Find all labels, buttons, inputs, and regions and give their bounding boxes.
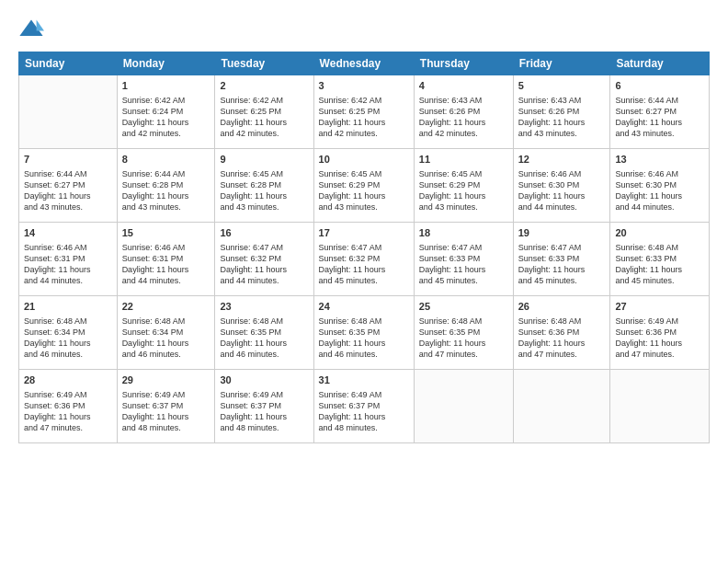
calendar-body: 1Sunrise: 6:42 AM Sunset: 6:24 PM Daylig… xyxy=(19,75,710,443)
calendar-cell: 20Sunrise: 6:48 AM Sunset: 6:33 PM Dayli… xyxy=(610,223,710,296)
cell-info: Sunrise: 6:45 AM Sunset: 6:29 PM Dayligh… xyxy=(319,168,409,213)
cell-info: Sunrise: 6:43 AM Sunset: 6:26 PM Dayligh… xyxy=(518,95,606,140)
day-number: 25 xyxy=(419,300,508,314)
day-number: 30 xyxy=(220,373,308,387)
day-number: 5 xyxy=(518,79,606,93)
calendar-cell: 19Sunrise: 6:47 AM Sunset: 6:33 PM Dayli… xyxy=(513,223,610,296)
calendar-week-row: 21Sunrise: 6:48 AM Sunset: 6:34 PM Dayli… xyxy=(19,296,710,370)
calendar-cell: 25Sunrise: 6:48 AM Sunset: 6:35 PM Dayli… xyxy=(414,296,513,370)
day-number: 21 xyxy=(24,300,112,314)
calendar-table: SundayMondayTuesdayWednesdayThursdayFrid… xyxy=(18,52,710,443)
weekday-header-friday: Friday xyxy=(513,52,610,75)
calendar-cell: 5Sunrise: 6:43 AM Sunset: 6:26 PM Daylig… xyxy=(513,75,610,149)
weekday-header-wednesday: Wednesday xyxy=(313,52,414,75)
cell-info: Sunrise: 6:49 AM Sunset: 6:37 PM Dayligh… xyxy=(220,389,308,434)
weekday-header-saturday: Saturday xyxy=(610,52,710,75)
calendar-cell: 7Sunrise: 6:44 AM Sunset: 6:27 PM Daylig… xyxy=(19,149,118,223)
day-number: 19 xyxy=(518,226,606,240)
day-number: 6 xyxy=(615,79,704,93)
calendar-cell: 15Sunrise: 6:46 AM Sunset: 6:31 PM Dayli… xyxy=(117,223,215,296)
calendar-cell: 22Sunrise: 6:48 AM Sunset: 6:34 PM Dayli… xyxy=(117,296,215,370)
day-number: 15 xyxy=(122,226,210,240)
calendar-header: SundayMondayTuesdayWednesdayThursdayFrid… xyxy=(19,52,710,75)
cell-info: Sunrise: 6:49 AM Sunset: 6:37 PM Dayligh… xyxy=(122,389,210,434)
calendar-cell: 11Sunrise: 6:45 AM Sunset: 6:29 PM Dayli… xyxy=(414,149,513,223)
calendar-cell: 21Sunrise: 6:48 AM Sunset: 6:34 PM Dayli… xyxy=(19,296,118,370)
day-number: 8 xyxy=(122,153,210,167)
calendar-cell: 14Sunrise: 6:46 AM Sunset: 6:31 PM Dayli… xyxy=(19,223,118,296)
calendar-cell: 17Sunrise: 6:47 AM Sunset: 6:32 PM Dayli… xyxy=(313,223,414,296)
calendar-cell: 2Sunrise: 6:42 AM Sunset: 6:25 PM Daylig… xyxy=(215,75,313,149)
cell-info: Sunrise: 6:47 AM Sunset: 6:33 PM Dayligh… xyxy=(518,242,606,287)
cell-info: Sunrise: 6:44 AM Sunset: 6:27 PM Dayligh… xyxy=(615,95,704,140)
cell-info: Sunrise: 6:43 AM Sunset: 6:26 PM Dayligh… xyxy=(419,95,508,140)
cell-info: Sunrise: 6:48 AM Sunset: 6:34 PM Dayligh… xyxy=(122,316,210,361)
cell-info: Sunrise: 6:44 AM Sunset: 6:28 PM Dayligh… xyxy=(122,168,210,213)
weekday-header-monday: Monday xyxy=(117,52,215,75)
cell-info: Sunrise: 6:48 AM Sunset: 6:35 PM Dayligh… xyxy=(419,316,508,361)
calendar-cell xyxy=(414,370,513,443)
day-number: 1 xyxy=(122,79,210,93)
cell-info: Sunrise: 6:48 AM Sunset: 6:35 PM Dayligh… xyxy=(319,316,409,361)
day-number: 2 xyxy=(220,79,308,93)
day-number: 10 xyxy=(319,153,409,167)
cell-info: Sunrise: 6:49 AM Sunset: 6:36 PM Dayligh… xyxy=(24,389,112,434)
calendar-week-row: 7Sunrise: 6:44 AM Sunset: 6:27 PM Daylig… xyxy=(19,149,710,223)
cell-info: Sunrise: 6:45 AM Sunset: 6:29 PM Dayligh… xyxy=(419,168,508,213)
calendar-cell: 27Sunrise: 6:49 AM Sunset: 6:36 PM Dayli… xyxy=(610,296,710,370)
cell-info: Sunrise: 6:45 AM Sunset: 6:28 PM Dayligh… xyxy=(220,168,308,213)
cell-info: Sunrise: 6:46 AM Sunset: 6:30 PM Dayligh… xyxy=(615,168,704,213)
cell-info: Sunrise: 6:47 AM Sunset: 6:33 PM Dayligh… xyxy=(419,242,508,287)
cell-info: Sunrise: 6:49 AM Sunset: 6:37 PM Dayligh… xyxy=(319,389,409,434)
calendar-cell: 6Sunrise: 6:44 AM Sunset: 6:27 PM Daylig… xyxy=(610,75,710,149)
day-number: 16 xyxy=(220,226,308,240)
day-number: 31 xyxy=(319,373,409,387)
calendar-cell: 10Sunrise: 6:45 AM Sunset: 6:29 PM Dayli… xyxy=(313,149,414,223)
day-number: 3 xyxy=(319,79,409,93)
weekday-header-row: SundayMondayTuesdayWednesdayThursdayFrid… xyxy=(19,52,710,75)
cell-info: Sunrise: 6:44 AM Sunset: 6:27 PM Dayligh… xyxy=(24,168,112,213)
calendar-cell xyxy=(610,370,710,443)
logo-icon xyxy=(18,17,44,42)
calendar-cell: 30Sunrise: 6:49 AM Sunset: 6:37 PM Dayli… xyxy=(215,370,313,443)
calendar-cell: 1Sunrise: 6:42 AM Sunset: 6:24 PM Daylig… xyxy=(117,75,215,149)
day-number: 12 xyxy=(518,153,606,167)
calendar-cell: 31Sunrise: 6:49 AM Sunset: 6:37 PM Dayli… xyxy=(313,370,414,443)
weekday-header-thursday: Thursday xyxy=(414,52,513,75)
logo xyxy=(18,17,48,42)
calendar-week-row: 1Sunrise: 6:42 AM Sunset: 6:24 PM Daylig… xyxy=(19,75,710,149)
day-number: 23 xyxy=(220,300,308,314)
calendar-cell: 29Sunrise: 6:49 AM Sunset: 6:37 PM Dayli… xyxy=(117,370,215,443)
calendar-cell: 3Sunrise: 6:42 AM Sunset: 6:25 PM Daylig… xyxy=(313,75,414,149)
calendar-cell: 26Sunrise: 6:48 AM Sunset: 6:36 PM Dayli… xyxy=(513,296,610,370)
calendar-cell: 18Sunrise: 6:47 AM Sunset: 6:33 PM Dayli… xyxy=(414,223,513,296)
day-number: 4 xyxy=(419,79,508,93)
day-number: 29 xyxy=(122,373,210,387)
header xyxy=(18,17,710,42)
day-number: 28 xyxy=(24,373,112,387)
weekday-header-tuesday: Tuesday xyxy=(215,52,313,75)
page: SundayMondayTuesdayWednesdayThursdayFrid… xyxy=(0,0,728,563)
calendar-cell: 9Sunrise: 6:45 AM Sunset: 6:28 PM Daylig… xyxy=(215,149,313,223)
day-number: 11 xyxy=(419,153,508,167)
cell-info: Sunrise: 6:48 AM Sunset: 6:35 PM Dayligh… xyxy=(220,316,308,361)
cell-info: Sunrise: 6:46 AM Sunset: 6:30 PM Dayligh… xyxy=(518,168,606,213)
cell-info: Sunrise: 6:42 AM Sunset: 6:25 PM Dayligh… xyxy=(319,95,409,140)
cell-info: Sunrise: 6:42 AM Sunset: 6:25 PM Dayligh… xyxy=(220,95,308,140)
day-number: 22 xyxy=(122,300,210,314)
calendar-cell xyxy=(513,370,610,443)
cell-info: Sunrise: 6:48 AM Sunset: 6:34 PM Dayligh… xyxy=(24,316,112,361)
cell-info: Sunrise: 6:46 AM Sunset: 6:31 PM Dayligh… xyxy=(24,242,112,287)
calendar-cell: 8Sunrise: 6:44 AM Sunset: 6:28 PM Daylig… xyxy=(117,149,215,223)
day-number: 26 xyxy=(518,300,606,314)
calendar-cell xyxy=(19,75,118,149)
cell-info: Sunrise: 6:46 AM Sunset: 6:31 PM Dayligh… xyxy=(122,242,210,287)
day-number: 14 xyxy=(24,226,112,240)
calendar-cell: 24Sunrise: 6:48 AM Sunset: 6:35 PM Dayli… xyxy=(313,296,414,370)
cell-info: Sunrise: 6:47 AM Sunset: 6:32 PM Dayligh… xyxy=(319,242,409,287)
calendar-cell: 23Sunrise: 6:48 AM Sunset: 6:35 PM Dayli… xyxy=(215,296,313,370)
calendar-cell: 28Sunrise: 6:49 AM Sunset: 6:36 PM Dayli… xyxy=(19,370,118,443)
calendar-week-row: 14Sunrise: 6:46 AM Sunset: 6:31 PM Dayli… xyxy=(19,223,710,296)
cell-info: Sunrise: 6:49 AM Sunset: 6:36 PM Dayligh… xyxy=(615,316,704,361)
day-number: 17 xyxy=(319,226,409,240)
